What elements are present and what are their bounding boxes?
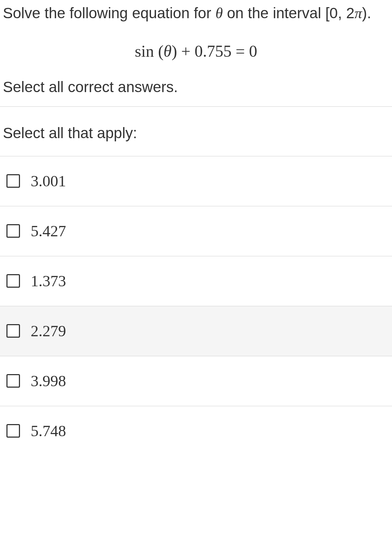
prompt-text-pre: Solve the following equation for bbox=[3, 5, 215, 21]
option-row[interactable]: 3.998 bbox=[0, 356, 392, 406]
theta-symbol: θ bbox=[215, 5, 223, 21]
instruction-text: Select all correct answers. bbox=[0, 79, 392, 106]
option-row[interactable]: 1.373 bbox=[0, 256, 392, 306]
equation-theta: θ bbox=[164, 42, 172, 60]
checkbox-icon[interactable] bbox=[6, 324, 20, 338]
equation-sin: sin ( bbox=[135, 42, 164, 60]
option-row[interactable]: 5.427 bbox=[0, 206, 392, 256]
option-row[interactable]: 3.001 bbox=[0, 156, 392, 206]
select-all-heading: Select all that apply: bbox=[0, 107, 392, 156]
option-row[interactable]: 5.748 bbox=[0, 406, 392, 456]
option-label: 5.748 bbox=[31, 422, 66, 440]
checkbox-icon[interactable] bbox=[6, 274, 20, 288]
equation-display: sin (θ) + 0.755 = 0 bbox=[0, 31, 392, 79]
option-label: 5.427 bbox=[31, 222, 66, 240]
options-list: 3.0015.4271.3732.2793.9985.748 bbox=[0, 156, 392, 456]
option-label: 3.998 bbox=[31, 372, 66, 390]
option-label: 1.373 bbox=[31, 272, 66, 290]
checkbox-icon[interactable] bbox=[6, 374, 20, 388]
prompt-text-post: on the interval [0, 2 bbox=[223, 5, 355, 21]
question-prompt: Solve the following equation for θ on th… bbox=[0, 0, 392, 31]
option-label: 3.001 bbox=[31, 172, 66, 190]
question-container: Solve the following equation for θ on th… bbox=[0, 0, 392, 456]
checkbox-icon[interactable] bbox=[6, 424, 20, 438]
equation-rest: ) + 0.755 = 0 bbox=[172, 42, 257, 60]
prompt-text-end: ). bbox=[362, 5, 371, 21]
option-label: 2.279 bbox=[31, 322, 66, 340]
option-row[interactable]: 2.279 bbox=[0, 306, 392, 356]
checkbox-icon[interactable] bbox=[6, 224, 20, 238]
pi-symbol: π bbox=[355, 5, 362, 21]
checkbox-icon[interactable] bbox=[6, 174, 20, 188]
